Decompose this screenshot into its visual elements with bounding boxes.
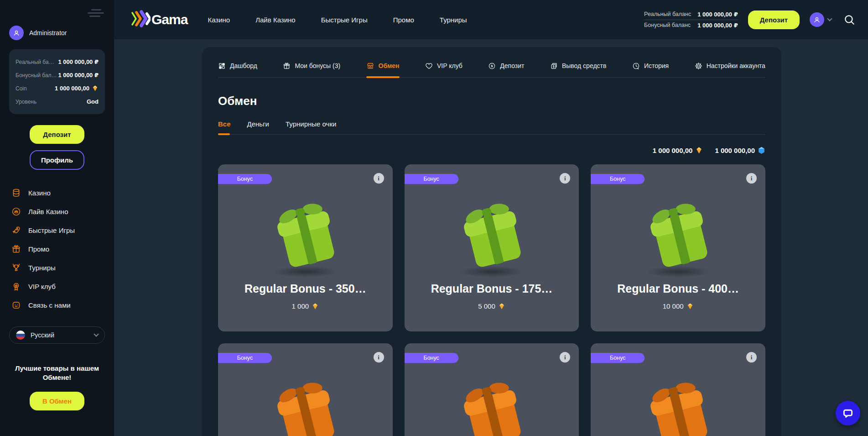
bonus-card[interactable]: Бонус i Regular Bonus - 400… 10 000 — [591, 164, 765, 331]
tab-label: Депозит — [500, 62, 524, 69]
logo-text: Gama — [151, 12, 187, 27]
bonus-card-price: 1 000 — [218, 302, 393, 310]
go-to-exchange-button[interactable]: В Обмен — [30, 392, 84, 410]
gem-orange-icon — [498, 303, 505, 310]
stat-label: Бонусный бал… — [16, 72, 57, 79]
bonus-card-grid: Бонус i Regular Bonus - 350… 1 000 Бонус… — [218, 164, 765, 436]
stat-label: Coin — [16, 85, 27, 92]
tab-label: Обмен — [379, 62, 400, 69]
user-name: Administrator — [29, 29, 67, 37]
nav-item-casino[interactable]: Казино — [208, 16, 230, 24]
settings-icon — [695, 62, 702, 70]
bonus-balance-label: Бонусный баланс — [644, 22, 691, 28]
svg-text:$: $ — [553, 65, 555, 68]
stat-value: 1 000 000,00 ₽ — [58, 58, 99, 65]
bonus-card[interactable]: Бонус i — [405, 343, 579, 436]
tab-withdraw[interactable]: $ Вывод средств — [550, 62, 607, 77]
tab-label: Настройки аккаунта — [707, 62, 765, 69]
search-button[interactable] — [843, 14, 855, 26]
tab-dashboard[interactable]: Дашборд — [218, 62, 257, 77]
chat-widget-button[interactable] — [836, 401, 860, 425]
sidebar-item-contact[interactable]: Связь с нами — [9, 296, 105, 315]
sidebar-item-live-casino[interactable]: Лайв Казино — [9, 202, 105, 221]
user-avatar-icon — [810, 12, 824, 27]
gift-box-image — [451, 197, 533, 276]
tab-exchange[interactable]: Обмен — [366, 62, 400, 77]
subtab-tournament-points[interactable]: Турнирные очки — [286, 120, 336, 134]
gift-box-image — [637, 197, 719, 276]
sidebar-item-promo[interactable]: Промо — [9, 240, 105, 258]
bonus-card[interactable]: Бонус i — [591, 343, 765, 436]
nav-item-promo[interactable]: Промо — [393, 16, 414, 24]
bonus-card-price: 10 000 — [591, 302, 765, 310]
account-menu[interactable] — [810, 12, 832, 27]
stat-row-real-balance: Реальный ба… 1 000 000,00 ₽ — [16, 55, 99, 68]
gift-box-image — [264, 376, 346, 436]
bonus-card[interactable]: Бонус i Regular Bonus - 175… 5 000 — [405, 164, 579, 331]
info-icon[interactable]: i — [560, 352, 570, 362]
sidebar-item-casino[interactable]: Казино — [9, 184, 105, 202]
bonus-card-price: 5 000 — [405, 302, 579, 310]
language-label: Русский — [31, 331, 89, 339]
gift-box-image — [451, 376, 533, 436]
gama-logo[interactable]: Gama — [130, 10, 187, 29]
search-icon — [843, 14, 855, 26]
bonus-balance-row: Бонусный баланс 1 000 000,00 ₽ — [644, 20, 738, 31]
info-icon[interactable]: i — [746, 352, 757, 362]
tab-account-settings[interactable]: Настройки аккаунта — [695, 62, 765, 77]
gem-balance: 1 000 000,00 — [715, 147, 765, 154]
bonus-card[interactable]: Бонус i — [218, 343, 393, 436]
nav-item-fast-games[interactable]: Быстрые Игры — [321, 16, 368, 24]
bonus-card[interactable]: Бонус i Regular Bonus - 350… 1 000 — [218, 164, 393, 331]
content-area: Дашборд Мои бонусы (3) Обмен VIP клуб $ … — [114, 39, 868, 436]
gem-orange-icon — [695, 147, 703, 154]
sidebar-deposit-button[interactable]: Депозит — [30, 125, 84, 144]
sidebar-item-vip-club[interactable]: VIP клуб — [9, 277, 105, 296]
dashboard-icon — [218, 62, 226, 70]
subtab-money[interactable]: Деньги — [247, 120, 269, 134]
language-selector[interactable]: Русский — [9, 326, 105, 344]
info-icon[interactable]: i — [746, 173, 757, 184]
balance-summary-box: Реальный ба… 1 000 000,00 ₽ Бонусный бал… — [9, 49, 105, 114]
subtab-all[interactable]: Все — [218, 120, 231, 134]
hamburger-icon[interactable] — [86, 7, 104, 18]
bonus-badge: Бонус — [591, 174, 645, 184]
nav-item-live-casino[interactable]: Лайв Казино — [255, 16, 296, 24]
fast-games-icon — [11, 226, 21, 235]
vip-icon — [11, 282, 21, 291]
nav-item-tournaments[interactable]: Турниры — [440, 16, 467, 24]
header-deposit-button[interactable]: Депозит — [748, 11, 800, 29]
stat-row-level: Уровень God — [16, 95, 99, 108]
tab-deposit[interactable]: $ Депозит — [488, 62, 524, 77]
tab-label: Дашборд — [230, 62, 257, 69]
stat-row-bonus-balance: Бонусный бал… 1 000 000,00 ₽ — [16, 68, 99, 82]
real-balance-value: 1 000 000,00 ₽ — [697, 11, 738, 18]
sidebar-item-label: Связь с нами — [28, 301, 71, 309]
bonus-badge: Бонус — [591, 353, 645, 363]
sidebar-user[interactable]: Administrator — [9, 26, 105, 40]
tab-history[interactable]: История — [632, 62, 669, 77]
tab-label: Вывод средств — [562, 62, 607, 69]
bonus-balance-value: 1 000 000,00 ₽ — [697, 22, 738, 29]
tab-vip-club[interactable]: VIP клуб — [425, 62, 463, 77]
info-icon[interactable]: i — [560, 173, 570, 184]
sidebar-item-tournaments[interactable]: Турниры — [9, 258, 105, 277]
top-header: Gama Казино Лайв Казино Быстрые Игры Про… — [114, 0, 868, 39]
vip-club-icon — [425, 62, 433, 70]
my-bonuses-icon — [283, 62, 291, 70]
sidebar-item-label: Турниры — [28, 264, 56, 272]
info-icon[interactable]: i — [374, 173, 384, 184]
header-nav: Казино Лайв Казино Быстрые Игры Промо Ту… — [208, 16, 467, 24]
sidebar-item-label: Промо — [28, 245, 49, 253]
sidebar-item-fast-games[interactable]: Быстрые Игры — [9, 221, 105, 240]
account-tabs: Дашборд Мои бонусы (3) Обмен VIP клуб $ … — [218, 47, 765, 78]
gem-orange-icon — [686, 303, 694, 310]
promo-icon — [11, 244, 21, 254]
tab-my-bonuses[interactable]: Мои бонусы (3) — [283, 62, 340, 77]
stat-value: 1 000 000,00 — [55, 85, 99, 92]
stat-label: Уровень — [16, 99, 36, 105]
info-icon[interactable]: i — [374, 352, 384, 362]
gama-logo-icon — [130, 10, 151, 29]
sidebar-profile-button[interactable]: Профиль — [30, 150, 84, 170]
live-casino-icon — [11, 207, 21, 216]
